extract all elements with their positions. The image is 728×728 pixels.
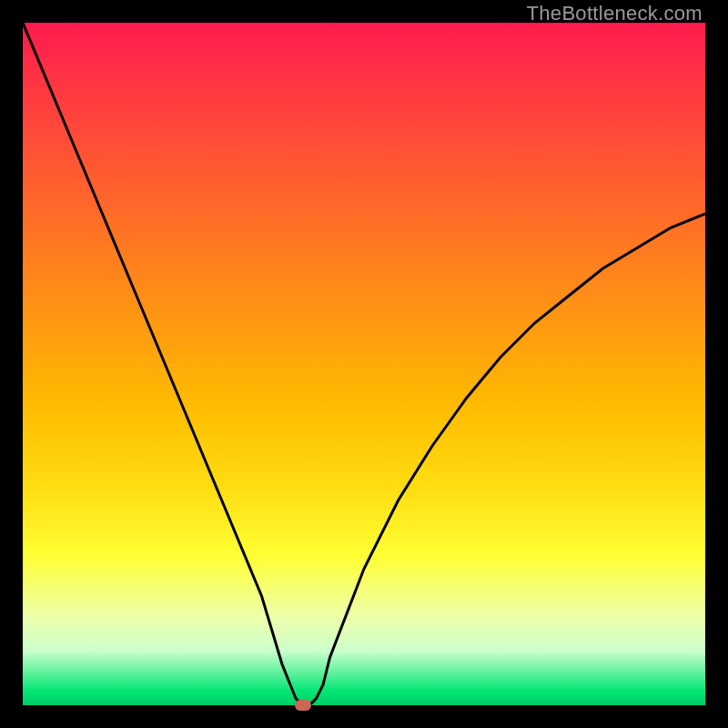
optimal-point-marker <box>295 700 311 711</box>
bottleneck-curve <box>23 23 705 705</box>
chart-frame: TheBottleneck.com <box>0 0 728 728</box>
plot-area <box>23 23 705 705</box>
